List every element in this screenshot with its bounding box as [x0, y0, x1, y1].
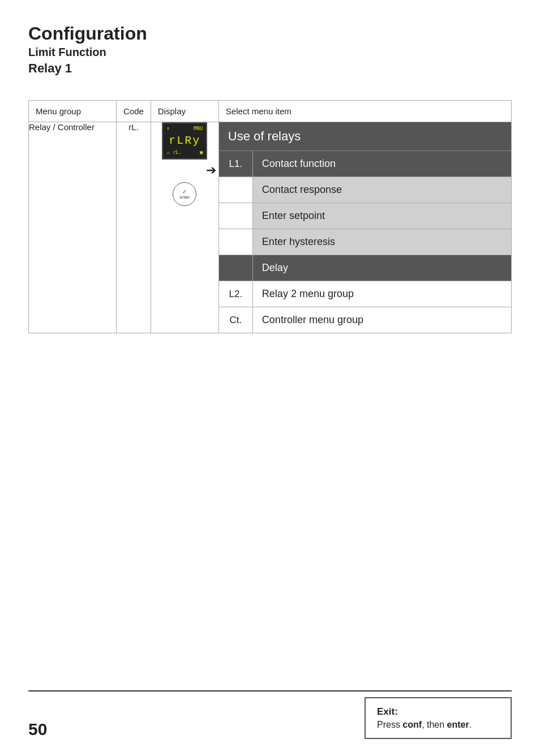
- menu-item-code-l2: L2.: [219, 281, 253, 307]
- code-value: rL.: [128, 122, 139, 132]
- display-bottom-right-icon: ▣: [200, 149, 203, 156]
- list-item[interactable]: L2. Relay 2 menu group: [219, 281, 511, 307]
- menu-item-label-enter-setpoint: Enter setpoint: [253, 203, 511, 229]
- page-header: Configuration Limit Function Relay 1: [28, 23, 512, 78]
- enter-button[interactable]: ✓ enter: [173, 182, 196, 206]
- col-header-select: Select menu item: [218, 101, 511, 122]
- cell-menu-group: Relay / Controller: [29, 122, 117, 333]
- page-number: 50: [28, 720, 47, 739]
- page-subtitle2: Relay 1: [28, 60, 512, 78]
- exit-text: Press conf, then enter.: [377, 720, 499, 730]
- display-top-icons: ⬆ MNU: [166, 126, 203, 132]
- list-item[interactable]: Enter setpoint: [219, 203, 511, 229]
- list-item[interactable]: Contact response: [219, 177, 511, 203]
- menu-item-label-relay2: Relay 2 menu group: [253, 281, 511, 307]
- page: Configuration Limit Function Relay 1 Men…: [0, 0, 540, 756]
- menu-item-label-contact-response: Contact response: [253, 177, 511, 203]
- list-item[interactable]: Ct. Controller menu group: [219, 307, 511, 333]
- cell-select: Use of relays L1. Contact function Conta…: [218, 122, 511, 333]
- relay-row: Relay / Controller rL. ⬆ MNU rLRy ⚠ rL.: [29, 122, 512, 333]
- enter-label: enter: [179, 195, 190, 200]
- display-main-text: rLRy: [166, 134, 203, 148]
- use-of-relays-label: Use of relays: [228, 129, 301, 143]
- main-table: Menu group Code Display Select menu item…: [28, 100, 512, 333]
- menu-item-code-l1: L1.: [219, 151, 253, 177]
- col-header-display: Display: [151, 101, 218, 122]
- list-item[interactable]: Delay: [219, 255, 511, 281]
- page-title: Configuration: [28, 23, 512, 44]
- menu-item-code-empty4: [219, 255, 253, 281]
- exit-box: Exit: Press conf, then enter.: [365, 697, 512, 739]
- menu-item-label-controller: Controller menu group: [253, 307, 511, 333]
- menu-item-code-ct: Ct.: [219, 307, 253, 333]
- cell-code: rL.: [117, 122, 151, 333]
- display-top-right-icon: MNU: [194, 126, 203, 132]
- menu-item-code-empty2: [219, 203, 253, 229]
- display-widget: ⬆ MNU rLRy ⚠ rL. ▣: [162, 122, 207, 159]
- display-bottom-icons: ⚠ rL. ▣: [166, 149, 203, 156]
- display-top-left-icon: ⬆: [166, 126, 169, 132]
- list-item[interactable]: L1. Contact function: [219, 151, 511, 177]
- cell-display: ⬆ MNU rLRy ⚠ rL. ▣ ➔ ✓ enter: [151, 122, 218, 333]
- page-footer: 50 Exit: Press conf, then enter.: [28, 690, 512, 739]
- arrow-right-icon: ➔: [151, 163, 218, 178]
- use-of-relays-header: Use of relays: [219, 122, 511, 151]
- col-header-code: Code: [117, 101, 151, 122]
- list-item[interactable]: Enter hysteresis: [219, 229, 511, 255]
- menu-item-code-empty3: [219, 229, 253, 255]
- menu-item-label-delay: Delay: [253, 255, 511, 281]
- col-header-menu-group: Menu group: [29, 101, 117, 122]
- enter-check-icon: ✓: [182, 188, 187, 195]
- page-subtitle1: Limit Function: [28, 44, 512, 60]
- menu-item-code-empty1: [219, 177, 253, 203]
- display-bottom-left-icon: ⚠ rL.: [166, 149, 182, 156]
- menu-item-label-contact-function: Contact function: [253, 151, 511, 177]
- menu-item-label-enter-hysteresis: Enter hysteresis: [253, 229, 511, 255]
- exit-title: Exit:: [377, 706, 499, 718]
